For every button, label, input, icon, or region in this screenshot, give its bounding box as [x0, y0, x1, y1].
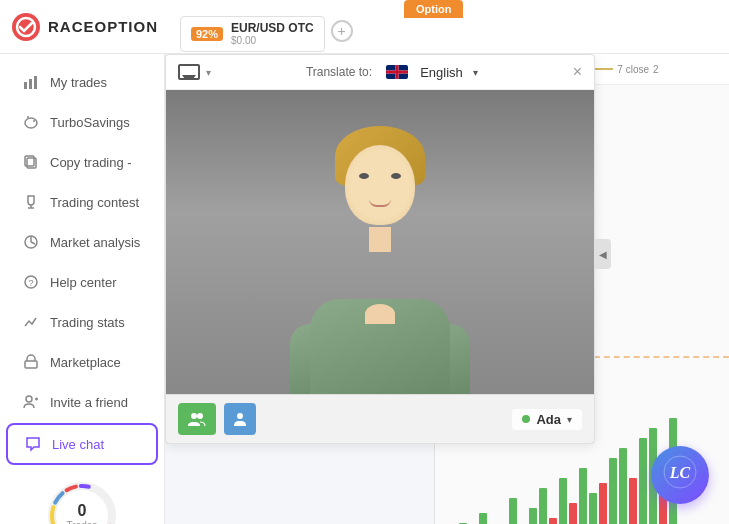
svg-text:LC: LC: [669, 464, 691, 481]
sidebar-item-trading-stats[interactable]: Trading stats: [6, 303, 158, 341]
sidebar-item-invite-friend[interactable]: Invite a friend: [6, 383, 158, 421]
chat-close-button[interactable]: ×: [573, 63, 582, 81]
sidebar-label-marketplace: Marketplace: [50, 355, 121, 370]
collapse-arrow[interactable]: ◀: [595, 239, 611, 269]
agent-name-badge: Ada ▾: [512, 409, 582, 430]
candle-11: [539, 488, 547, 524]
screen-icon: [178, 64, 200, 80]
svg-point-5: [25, 118, 37, 128]
tab-area: Option 92% EUR/USD OTC $0.00 +: [180, 0, 353, 54]
analysis-icon: [22, 233, 40, 251]
sidebar-item-help-center[interactable]: ? Help center: [6, 263, 158, 301]
invite-icon: [22, 393, 40, 411]
sidebar-label-trading-stats: Trading stats: [50, 315, 125, 330]
agent-neck: [369, 227, 391, 252]
tab-option-label[interactable]: Option: [404, 0, 463, 18]
agent-body: [310, 299, 450, 394]
language-select[interactable]: English: [420, 65, 463, 80]
chat-icon: [24, 435, 42, 453]
donut-label: 0 Trades: [67, 502, 98, 525]
logo-icon: [10, 11, 42, 43]
translate-label: Translate to:: [306, 65, 372, 79]
sidebar-label-market-analysis: Market analysis: [50, 235, 140, 250]
candle-8: [509, 498, 517, 524]
sidebar-label-help-center: Help center: [50, 275, 116, 290]
svg-rect-17: [25, 361, 37, 368]
group-icon: [187, 411, 207, 427]
candle-14: [569, 503, 577, 524]
lc-float-button[interactable]: LC: [651, 446, 709, 504]
logo: RACEOPTION: [10, 11, 170, 43]
trades-text: Trades: [67, 520, 98, 525]
agent-video: [166, 90, 594, 394]
sidebar-item-market-analysis[interactable]: Market analysis: [6, 223, 158, 261]
agent-face: [345, 145, 415, 225]
sma-line-icon: [595, 68, 613, 70]
sidebar-item-marketplace[interactable]: Marketplace: [6, 343, 158, 381]
video-bg: [166, 90, 594, 394]
chart-icon: [22, 73, 40, 91]
stats-icon: [22, 313, 40, 331]
main-layout: My trades TurboSavings Copy trading - Tr…: [0, 54, 729, 524]
agent-chevron-icon[interactable]: ▾: [567, 414, 572, 425]
logo-text: RACEOPTION: [48, 18, 158, 35]
flag-uk: [386, 65, 408, 79]
trades-donut: 0 Trades: [42, 476, 122, 524]
lc-float-label: LC: [663, 455, 697, 495]
person-button[interactable]: [224, 403, 256, 435]
candle-15: [579, 468, 587, 524]
sidebar-label-my-trades: My trades: [50, 75, 107, 90]
help-icon: ?: [22, 273, 40, 291]
sidebar-label-invite-friend: Invite a friend: [50, 395, 128, 410]
tab-pair[interactable]: 92% EUR/USD OTC $0.00: [180, 16, 325, 52]
sidebar-item-my-trades[interactable]: My trades: [6, 63, 158, 101]
sidebar-label-copy-trading: Copy trading -: [50, 155, 132, 170]
candle-20: [629, 478, 637, 524]
chat-footer: Ada ▾: [166, 394, 594, 443]
trades-count: 0: [67, 502, 98, 520]
svg-point-30: [197, 413, 203, 419]
sidebar-item-live-chat[interactable]: Live chat: [6, 423, 158, 465]
close-label: 7 close: [617, 64, 649, 75]
tab-pair-price: $0.00: [231, 35, 314, 46]
svg-point-31: [237, 413, 243, 419]
video-area: [166, 90, 594, 394]
lc-icon: LC: [663, 455, 697, 489]
trophy-icon: [22, 193, 40, 211]
candle-16: [589, 493, 597, 524]
donut-area: 0 Trades: [0, 466, 164, 524]
copy-icon: [22, 153, 40, 171]
add-tab-button[interactable]: +: [331, 20, 353, 42]
agent-name: Ada: [536, 412, 561, 427]
dropdown-arrow[interactable]: ▾: [206, 67, 211, 78]
svg-text:?: ?: [28, 278, 33, 288]
svg-rect-2: [24, 82, 27, 89]
candle-13: [559, 478, 567, 524]
sidebar-label-live-chat: Live chat: [52, 437, 104, 452]
chat-header-left: ▾: [178, 64, 211, 80]
sidebar-item-trading-contest[interactable]: Trading contest: [6, 183, 158, 221]
candle-19: [619, 448, 627, 524]
svg-point-6: [33, 120, 35, 122]
period-label: 2: [653, 64, 659, 75]
sidebar-label-turbo-savings: TurboSavings: [50, 115, 130, 130]
svg-line-14: [31, 242, 35, 244]
tab-pct: 92%: [191, 27, 223, 41]
tab-pair-name: EUR/USD OTC: [231, 21, 314, 35]
sidebar-item-turbo-savings[interactable]: TurboSavings: [6, 103, 158, 141]
svg-point-29: [191, 413, 197, 419]
piggy-icon: [22, 113, 40, 131]
top-bar: RACEOPTION Option 92% EUR/USD OTC $0.00 …: [0, 0, 729, 54]
candle-12: [549, 518, 557, 524]
svg-rect-3: [29, 79, 32, 89]
svg-point-18: [26, 396, 32, 402]
chat-panel: ▾ Translate to: English ▾ ×: [165, 54, 595, 444]
candle-17: [599, 483, 607, 524]
language-dropdown-arrow[interactable]: ▾: [473, 67, 478, 78]
group-button[interactable]: [178, 403, 216, 435]
online-dot: [522, 415, 530, 423]
sidebar-item-copy-trading[interactable]: Copy trading -: [6, 143, 158, 181]
content-area: ▾ Translate to: English ▾ ×: [165, 54, 729, 524]
chat-header: ▾ Translate to: English ▾ ×: [166, 55, 594, 90]
svg-rect-4: [34, 76, 37, 89]
